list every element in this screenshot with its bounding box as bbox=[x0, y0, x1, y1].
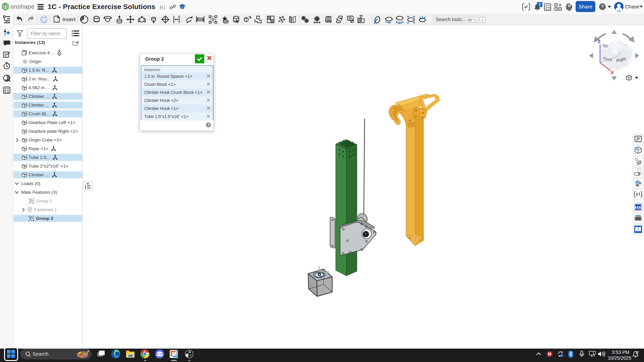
svg-text:?: ? bbox=[601, 4, 604, 9]
svg-text:MK: MK bbox=[634, 205, 642, 210]
svg-text:X: X bbox=[610, 70, 613, 75]
svg-text:Y: Y bbox=[619, 52, 621, 56]
